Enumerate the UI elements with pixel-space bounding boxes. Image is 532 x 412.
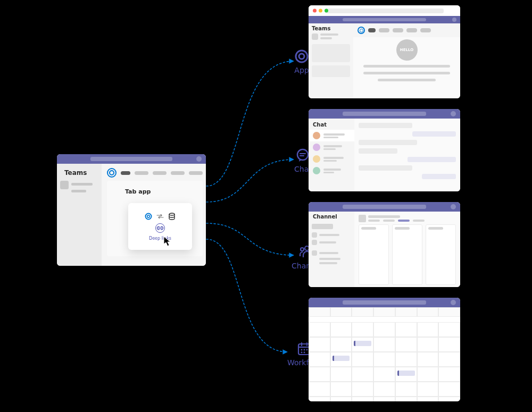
panel-title: Tab app — [107, 181, 203, 195]
calendar-cell — [438, 367, 460, 382]
calendar-cell — [352, 322, 373, 337]
calendar-cell — [373, 337, 395, 352]
calendar-cell — [309, 367, 330, 382]
address-bar — [325, 9, 443, 13]
calendar-cell — [330, 337, 352, 352]
sidebar-title: Teams — [60, 166, 98, 179]
placeholder-line — [320, 33, 338, 36]
channel-content — [354, 212, 460, 287]
calendar-cell — [395, 382, 417, 397]
calendar-header-cell — [309, 307, 330, 317]
search-placeholder — [343, 112, 426, 116]
calendar-event — [332, 356, 350, 361]
browser-titlebar — [309, 5, 460, 16]
app-ring-icon — [107, 168, 117, 178]
channel-list: Channel — [309, 212, 354, 287]
svg-point-1 — [299, 54, 304, 59]
tab-placeholder — [413, 220, 425, 222]
calendar-cell — [330, 397, 352, 401]
workflow-window — [309, 298, 460, 401]
calendar-cell — [395, 397, 417, 401]
chat-list: Chat — [309, 119, 354, 191]
tab-strip — [353, 23, 460, 37]
message-bubble — [359, 148, 397, 154]
connector-to-chat — [206, 159, 294, 202]
message-bubble — [359, 165, 412, 171]
calendar-cell — [417, 322, 439, 337]
svg-point-16 — [304, 352, 305, 354]
diagram-stage: App Chat Channel — [0, 0, 532, 412]
calendar-cell — [330, 352, 352, 367]
chat-row — [309, 165, 354, 176]
placeholder-line — [378, 79, 436, 81]
message-bubble-me — [412, 131, 456, 137]
placeholder-line — [71, 183, 93, 186]
avatar — [313, 132, 320, 139]
calendar-cell — [352, 352, 373, 367]
tab-placeholder — [420, 28, 431, 32]
sidebar: Teams — [309, 23, 353, 98]
calendar-cell — [395, 337, 417, 352]
app-window: Teams — [309, 5, 460, 98]
tab-placeholder — [368, 220, 380, 222]
titlebar — [309, 109, 460, 119]
hello-badge: HELLO — [396, 39, 418, 61]
avatar-dot — [196, 156, 202, 162]
calendar-cell — [438, 352, 460, 367]
calendar-header-cell — [373, 307, 395, 317]
message-bubble — [359, 140, 417, 145]
placeholder-line — [319, 234, 339, 236]
app-ring-icon — [358, 27, 365, 34]
avatar — [313, 155, 320, 163]
placeholder-square — [312, 232, 317, 238]
search-placeholder — [90, 157, 172, 161]
placeholder-line — [323, 145, 342, 147]
svg-point-12 — [301, 349, 303, 351]
link-icon — [153, 223, 168, 233]
placeholder-line — [323, 160, 337, 162]
svg-point-15 — [301, 352, 303, 354]
calendar-cell — [309, 322, 330, 337]
svg-point-6 — [301, 248, 304, 251]
placeholder-line — [71, 190, 86, 192]
calendar-cell — [330, 322, 352, 337]
tab-strip — [102, 164, 206, 180]
calendar-cell — [352, 382, 373, 397]
titlebar — [309, 298, 460, 307]
placeholder-line — [363, 72, 450, 74]
calendar-cell — [395, 352, 417, 367]
cursor-icon — [163, 236, 172, 247]
calendar-cell — [309, 337, 330, 352]
svg-point-13 — [304, 349, 305, 351]
placeholder-line — [323, 137, 338, 138]
calendar-header-cell — [438, 307, 460, 317]
tab-placeholder — [153, 171, 167, 175]
calendar-cell — [395, 322, 417, 337]
svg-point-0 — [296, 51, 307, 62]
calendar-cell — [438, 322, 460, 337]
calendar-cell — [309, 382, 330, 397]
main-pane: Tab app — [102, 164, 206, 266]
sidebar: Teams — [57, 164, 102, 266]
calendar-cell — [438, 397, 460, 401]
calendar-cell — [417, 337, 439, 352]
sidebar-title: Teams — [312, 26, 350, 31]
app-ring-icon — [145, 213, 152, 220]
svg-point-18 — [147, 215, 150, 217]
hello-text: HELLO — [400, 48, 413, 52]
board-column — [359, 224, 389, 285]
placeholder-block — [312, 65, 350, 77]
tab-active — [368, 28, 376, 32]
connector-to-workflow — [206, 239, 287, 352]
placeholder-line — [323, 157, 344, 159]
calendar-header-cell — [395, 307, 417, 317]
board-column — [392, 224, 422, 285]
titlebar — [309, 202, 460, 212]
placeholder-line — [319, 262, 337, 264]
calendar-cell — [417, 367, 439, 382]
calendar-header-cell — [417, 307, 439, 317]
message-thread — [354, 119, 460, 191]
calendar-cell — [373, 367, 395, 382]
avatar-dot — [451, 300, 456, 305]
search-placeholder — [343, 300, 426, 305]
